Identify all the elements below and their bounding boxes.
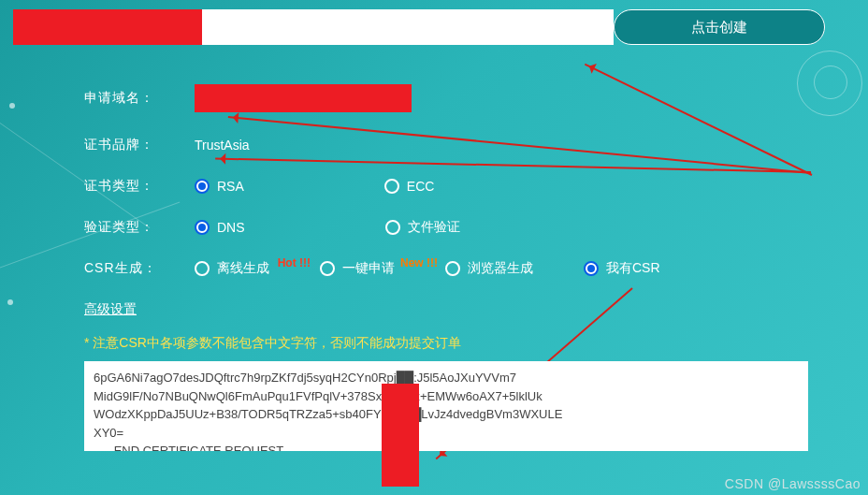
radio-ecc[interactable]: ECC [384, 179, 435, 194]
radio-icon [584, 261, 599, 276]
radio-offline-label: 离线生成 [217, 260, 269, 277]
radio-browser-label: 浏览器生成 [468, 260, 533, 277]
brand-label: 证书品牌： [84, 137, 195, 153]
radio-rsa-label: RSA [217, 179, 244, 194]
row-cert-type: 证书类型： RSA ECC [84, 178, 821, 195]
redacted-domain-value [195, 84, 412, 112]
domain-label: 申请域名： [84, 90, 195, 107]
radio-offline[interactable]: 离线生成 Hot !!! [195, 260, 269, 277]
row-brand: 证书品牌： TrustAsia [84, 137, 821, 153]
radio-icon [195, 179, 210, 194]
hot-badge: Hot !!! [278, 256, 311, 269]
radio-oneclick-label: 一键申请 [342, 260, 395, 277]
radio-have-csr-label: 我有CSR [606, 260, 660, 277]
brand-value: TrustAsia [195, 138, 250, 153]
radio-file-verify-label: 文件验证 [408, 219, 460, 236]
radio-rsa[interactable]: RSA [195, 179, 244, 194]
cert-type-label: 证书类型： [84, 178, 195, 195]
row-csr-gen: CSR生成： 离线生成 Hot !!! 一键申请 New !!! 浏览器生成 我… [84, 260, 821, 277]
csr-gen-label: CSR生成： [84, 260, 195, 277]
redacted-logo [13, 9, 202, 45]
row-verify-type: 验证类型： DNS 文件验证 [84, 219, 821, 236]
radio-dns-label: DNS [217, 220, 245, 235]
radio-icon [320, 261, 335, 276]
radio-icon [195, 261, 210, 276]
verify-type-label: 验证类型： [84, 219, 195, 236]
radio-have-csr[interactable]: 我有CSR [584, 260, 660, 277]
watermark: CSDN @LawssssCao [725, 476, 861, 491]
csr-warning: * 注意CSR中各项参数不能包含中文字符，否则不能成功提交订单 [84, 335, 821, 352]
redacted-csr-strip [382, 384, 419, 487]
row-domain: 申请域名： [84, 84, 821, 112]
advanced-settings-link[interactable]: 高级设置 [84, 301, 137, 318]
certificate-form: 申请域名： 证书品牌： TrustAsia 证书类型： RSA ECC 验证类型… [84, 84, 821, 454]
new-badge: New !!! [400, 256, 438, 269]
radio-icon [445, 261, 460, 276]
radio-oneclick[interactable]: 一键申请 New !!! [320, 260, 395, 277]
radio-browser[interactable]: 浏览器生成 [445, 260, 533, 277]
radio-file-verify[interactable]: 文件验证 [385, 219, 460, 236]
radio-icon [384, 179, 399, 194]
create-button-label: 点击创建 [691, 19, 747, 36]
radio-ecc-label: ECC [407, 179, 435, 194]
top-bar: 点击创建 [13, 9, 825, 45]
radio-icon [385, 220, 400, 235]
search-input[interactable] [202, 9, 614, 45]
radio-dns[interactable]: DNS [195, 220, 245, 235]
csr-textarea[interactable] [84, 361, 808, 451]
radio-icon [195, 220, 210, 235]
create-button[interactable]: 点击创建 [614, 9, 825, 45]
